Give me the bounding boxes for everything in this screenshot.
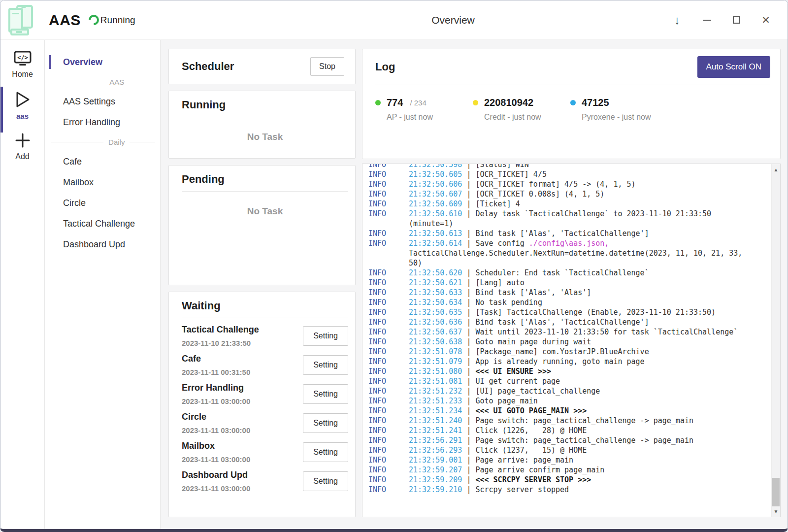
- log-message: 21:32:59.209 | <<< SCRCPY SERVER STOP >>…: [409, 475, 744, 485]
- sidebar-item-overview[interactable]: Overview: [45, 52, 160, 72]
- log-separator: |: [462, 426, 475, 435]
- sidebar-item-mailbox[interactable]: Mailbox: [45, 172, 160, 193]
- log-separator: |: [462, 200, 475, 208]
- task-setting-button[interactable]: Setting: [303, 471, 348, 491]
- log-timestamp: 21:32:50.605: [409, 170, 462, 179]
- divider-line: [129, 82, 155, 82]
- log-separator: |: [462, 446, 475, 455]
- log-level: INFO: [368, 179, 409, 189]
- log-separator: |: [462, 298, 475, 307]
- task-setting-button[interactable]: Setting: [303, 355, 348, 375]
- task-setting-button[interactable]: Setting: [303, 384, 348, 404]
- log-line: INFO21:32:50.614 | Save config ./config\…: [368, 238, 765, 268]
- waiting-row-error-handling: Error Handling2023-11-11 03:00:00Setting: [182, 383, 348, 405]
- log-message: 21:32:50.609 | [Ticket] 4: [409, 199, 744, 209]
- log-text: [Task] TacticalChallenge (Enable, 2023-1…: [475, 308, 716, 317]
- sidebar-item-aas-settings[interactable]: AAS Settings: [45, 91, 160, 112]
- log-message: 21:32:50.636 | Bind task ['Alas', 'Tacti…: [409, 317, 744, 327]
- minimize-button[interactable]: [701, 14, 713, 26]
- log-console[interactable]: INFO21:32:50.598 | [Status] WININFO21:32…: [362, 164, 781, 517]
- resource-stat: 774/ 234AP - just now: [375, 97, 473, 122]
- log-line: INFO21:32:59.210 | Scrcpy server stopped: [368, 485, 765, 495]
- rail-item-home[interactable]: </> Home: [12, 51, 33, 79]
- log-text: [OCR_TICKET] 4/5: [475, 170, 547, 179]
- log-lines: INFO21:32:50.598 | [Status] WININFO21:32…: [368, 164, 765, 495]
- waiting-card: Waiting Tactical Challenge2023-11-10 21:…: [168, 292, 356, 517]
- waiting-task-next-run: 2023-11-11 03:00:00: [182, 397, 250, 405]
- log-separator: |: [462, 288, 475, 297]
- task-setting-button[interactable]: Setting: [303, 326, 348, 346]
- log-line: INFO21:32:50.607 | [OCR_TICKET 0.008s] (…: [368, 189, 765, 199]
- home-code-monitor-icon: </>: [14, 51, 32, 66]
- log-title: Log: [375, 61, 395, 73]
- log-separator: |: [462, 416, 475, 425]
- divider-line: [51, 82, 104, 82]
- log-separator: |: [462, 328, 475, 336]
- waiting-task-next-run: 2023-11-11 03:00:00: [182, 484, 250, 493]
- log-timestamp: 21:32:59.001: [409, 456, 462, 465]
- scroll-up-arrow-icon[interactable]: ▲: [772, 165, 780, 174]
- log-text: [OCR_TICKET 0.008s] (4, 1, 5): [475, 190, 604, 199]
- app-logo-icon: [6, 5, 38, 35]
- sidebar-item-cafe[interactable]: Cafe: [45, 151, 160, 172]
- waiting-task-next-run: 2023-11-11 00:31:50: [182, 368, 250, 376]
- log-message: 21:32:51.233 | Goto page_main: [409, 396, 744, 406]
- log-timestamp: 21:32:56.291: [409, 436, 462, 445]
- scroll-down-arrow-icon[interactable]: ▼: [772, 507, 780, 516]
- auto-scroll-toggle-button[interactable]: Auto Scroll ON: [697, 56, 770, 78]
- waiting-row-tactical-challenge: Tactical Challenge2023-11-10 21:33:50Set…: [182, 325, 348, 347]
- active-indicator: [49, 55, 51, 69]
- sidebar-item-error-handling[interactable]: Error Handling: [45, 112, 160, 133]
- log-line: INFO21:32:50.606 | [OCR_TICKET format] 4…: [368, 179, 765, 189]
- scrollbar-thumb[interactable]: [772, 478, 780, 506]
- log-timestamp: 21:32:50.638: [409, 337, 462, 346]
- log-line: INFO21:32:50.605 | [OCR_TICKET] 4/5: [368, 169, 765, 179]
- log-message: 21:32:51.080 | <<< UI ENSURE >>>: [409, 366, 744, 376]
- log-level: INFO: [368, 426, 409, 435]
- minimize-icon: [703, 20, 711, 21]
- sidebar-item-dashboard-upd[interactable]: Dashboard Upd: [45, 234, 160, 255]
- log-separator: |: [462, 475, 475, 484]
- hide-to-tray-button[interactable]: ↓: [671, 14, 683, 26]
- log-line: INFO21:32:51.080 | <<< UI ENSURE >>>: [368, 366, 765, 376]
- log-timestamp: 21:32:51.240: [409, 416, 462, 425]
- task-setting-button[interactable]: Setting: [303, 442, 348, 462]
- log-text: Bind task ['Alas', 'TacticalChallenge']: [475, 318, 649, 327]
- log-line: INFO21:32:50.636 | Bind task ['Alas', 'T…: [368, 317, 765, 327]
- log-text: Goto page_main: [475, 397, 537, 405]
- log-separator: |: [462, 229, 475, 238]
- app-window: AAS Running Overview ↓ ✕ </> Home: [0, 0, 788, 532]
- log-card: Log Auto Scroll ON 774/ 234AP - just now…: [362, 49, 781, 159]
- scheduler-stop-button[interactable]: Stop: [310, 57, 344, 76]
- close-button[interactable]: ✕: [760, 14, 772, 26]
- log-message: 21:32:51.081 | UI get current page: [409, 376, 744, 386]
- log-level: INFO: [368, 164, 409, 169]
- log-separator: |: [462, 436, 475, 445]
- log-timestamp: 21:32:59.210: [409, 485, 462, 494]
- log-message: 21:32:51.232 | [UI] page_tactical_challe…: [409, 386, 744, 396]
- log-scrollbar[interactable]: ▲ ▼: [771, 164, 780, 517]
- sidebar-item-circle[interactable]: Circle: [45, 193, 160, 213]
- stat-extra: / 234: [410, 99, 426, 107]
- maximize-button[interactable]: [730, 14, 742, 26]
- sidebar-item-label: AAS Settings: [63, 97, 115, 106]
- close-icon: ✕: [761, 14, 770, 26]
- rail-item-aas[interactable]: aas: [14, 91, 31, 120]
- sidebar-item-tactical-challenge[interactable]: Tactical Challenge: [45, 213, 160, 234]
- log-timestamp: 21:32:50.621: [409, 278, 462, 287]
- rail-item-add[interactable]: Add: [14, 132, 31, 161]
- log-level: INFO: [368, 298, 409, 307]
- log-level: INFO: [368, 455, 409, 465]
- log-separator: |: [462, 456, 475, 465]
- log-separator: |: [462, 406, 475, 415]
- scheduler-status-label: Running: [100, 15, 135, 26]
- log-text: [UI] page_tactical_challenge: [475, 387, 600, 396]
- waiting-task-info: Error Handling2023-11-11 03:00:00: [182, 383, 250, 405]
- stat-dot-icon: [375, 100, 381, 105]
- log-line: INFO21:32:50.610 | Delay task `TacticalC…: [368, 209, 765, 229]
- log-timestamp: 21:32:51.078: [409, 347, 462, 356]
- task-column: Scheduler Stop Running No Task Pending N…: [168, 49, 356, 517]
- task-setting-button[interactable]: Setting: [303, 413, 348, 433]
- log-message: 21:32:50.614 | Save config ./config\aas.…: [409, 238, 744, 268]
- log-message: 21:32:59.207 | Page arrive confirm page_…: [409, 465, 744, 475]
